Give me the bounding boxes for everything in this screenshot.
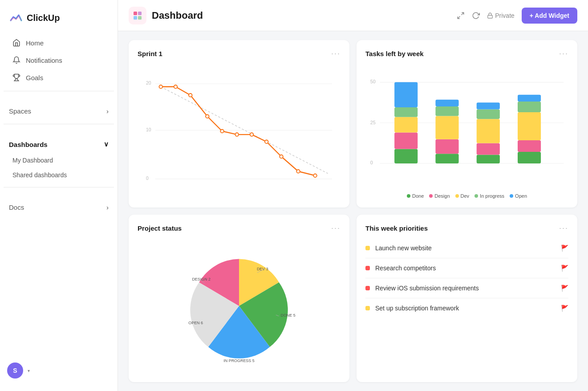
- svg-text:25: 25: [370, 120, 376, 125]
- home-icon: [12, 39, 20, 47]
- sidebar-divider-2: [4, 124, 114, 124]
- tasks-widget: Tasks left by week ··· 50 25 0: [357, 40, 577, 208]
- sidebar-item-goals[interactable]: Goals: [4, 69, 114, 86]
- sprint-chart-svg: 20 10 0: [138, 64, 341, 199]
- add-widget-button[interactable]: + Add Widget: [522, 8, 577, 24]
- private-label: Private: [495, 12, 515, 19]
- main-content: Dashboard Private + Add Widget Sprint 1 …: [118, 0, 588, 391]
- lock-icon: [487, 12, 493, 19]
- dashboards-chevron: ∨: [104, 140, 109, 148]
- priority-dot-4: [365, 306, 370, 310]
- legend-done: Done: [407, 193, 424, 199]
- project-status-menu[interactable]: ···: [331, 224, 341, 233]
- docs-nav-header[interactable]: Docs ›: [4, 199, 114, 216]
- done-label: Done: [412, 193, 424, 199]
- priority-item-1[interactable]: Launch new website 🚩: [365, 238, 568, 258]
- inprogress-label: In progress: [480, 193, 504, 199]
- priority-item-4[interactable]: Set up subscription framework 🚩: [365, 298, 568, 318]
- spaces-section: Spaces ›: [0, 103, 118, 119]
- svg-rect-47: [518, 140, 541, 152]
- tasks-menu[interactable]: ···: [559, 49, 568, 58]
- expand-icon: [457, 12, 465, 20]
- svg-rect-38: [435, 116, 458, 139]
- sidebar-item-shared-dashboards[interactable]: Shared dashboards: [4, 168, 114, 182]
- sprint-chart: 20 10 0: [138, 64, 341, 199]
- spaces-chevron: ›: [106, 107, 109, 115]
- svg-rect-40: [435, 100, 458, 106]
- trophy-icon: [12, 73, 20, 81]
- docs-section: Docs ›: [0, 199, 118, 216]
- svg-rect-6: [488, 15, 493, 18]
- dashboard-icon-container: [129, 7, 146, 24]
- dashboards-nav-header[interactable]: Dashboards ∨: [4, 136, 114, 153]
- priority-item-2[interactable]: Research competitors 🚩: [365, 258, 568, 278]
- svg-rect-41: [477, 155, 500, 163]
- svg-rect-31: [394, 149, 418, 163]
- spaces-label: Spaces: [9, 107, 31, 115]
- refresh-icon: [472, 12, 480, 20]
- priority-flag-3: 🚩: [561, 285, 568, 292]
- user-profile[interactable]: S ▾: [0, 357, 118, 384]
- spaces-nav-header[interactable]: Spaces ›: [4, 103, 114, 119]
- sidebar-item-notifications[interactable]: Notifications: [4, 52, 114, 69]
- tasks-widget-header: Tasks left by week ···: [365, 49, 568, 58]
- svg-rect-50: [518, 95, 541, 102]
- priority-text-4: Set up subscription framework: [375, 305, 556, 312]
- svg-text:20: 20: [146, 81, 151, 86]
- priority-dot-2: [365, 266, 370, 270]
- svg-rect-37: [435, 139, 458, 154]
- add-widget-label: + Add Widget: [530, 12, 569, 19]
- dashboards-section: Dashboards ∨ My Dashboard Shared dashboa…: [0, 136, 118, 183]
- svg-text:0: 0: [146, 176, 149, 181]
- page-title: Dashboard: [152, 10, 203, 21]
- svg-point-24: [313, 174, 317, 177]
- done-dot: [407, 194, 410, 198]
- svg-rect-48: [518, 112, 541, 140]
- svg-point-19: [235, 133, 239, 136]
- svg-rect-39: [435, 106, 458, 116]
- svg-rect-32: [394, 133, 418, 149]
- priorities-menu[interactable]: ···: [559, 224, 568, 233]
- dashboard-grid: Sprint 1 ··· 20 10 0: [118, 31, 588, 391]
- expand-button[interactable]: [457, 12, 465, 20]
- sidebar-item-notifications-label: Notifications: [26, 57, 62, 64]
- avatar: S: [7, 362, 23, 379]
- bar-legend: Done Design Dev In progress: [365, 193, 568, 199]
- sidebar-item-home[interactable]: Home: [4, 34, 114, 51]
- priorities-header: This week priorities ···: [365, 224, 568, 233]
- svg-rect-1: [138, 12, 142, 15]
- priorities-title: This week priorities: [365, 224, 428, 232]
- svg-rect-35: [394, 82, 418, 107]
- svg-rect-46: [518, 152, 541, 163]
- svg-text:10: 10: [146, 127, 151, 132]
- sprint-menu[interactable]: ···: [331, 49, 341, 58]
- priority-text-1: Launch new website: [375, 244, 556, 252]
- main-nav: Home Notifications Goals: [0, 34, 118, 86]
- svg-point-21: [265, 140, 268, 143]
- docs-chevron: ›: [106, 204, 109, 211]
- done-pie-label: DONE 5: [280, 313, 295, 318]
- sidebar: ClickUp Home Notifications Goals Spaces …: [0, 0, 118, 391]
- dashboards-label: Dashboards: [9, 141, 48, 148]
- svg-line-4: [462, 12, 464, 15]
- design-dot: [429, 194, 433, 198]
- tasks-title: Tasks left by week: [365, 50, 424, 57]
- open-dot: [510, 194, 513, 198]
- svg-point-22: [280, 155, 283, 159]
- dev-dot: [455, 194, 459, 198]
- svg-rect-0: [134, 12, 137, 15]
- logo-text: ClickUp: [27, 13, 60, 23]
- priorities-list: Launch new website 🚩 Research competitor…: [365, 238, 568, 373]
- sprint-widget-header: Sprint 1 ···: [138, 49, 341, 58]
- priority-item-3[interactable]: Review iOS submission requirements 🚩: [365, 278, 568, 298]
- refresh-button[interactable]: [472, 12, 480, 20]
- svg-line-5: [458, 16, 460, 18]
- avatar-initial: S: [13, 367, 17, 374]
- bar-chart-area: 50 25 0: [365, 64, 568, 199]
- svg-rect-34: [394, 107, 418, 117]
- svg-rect-44: [477, 109, 500, 119]
- priority-text-3: Review iOS submission requirements: [375, 285, 556, 292]
- bell-icon: [12, 56, 20, 64]
- sidebar-item-my-dashboard[interactable]: My Dashboard: [4, 153, 114, 167]
- my-dashboard-label: My Dashboard: [12, 157, 53, 164]
